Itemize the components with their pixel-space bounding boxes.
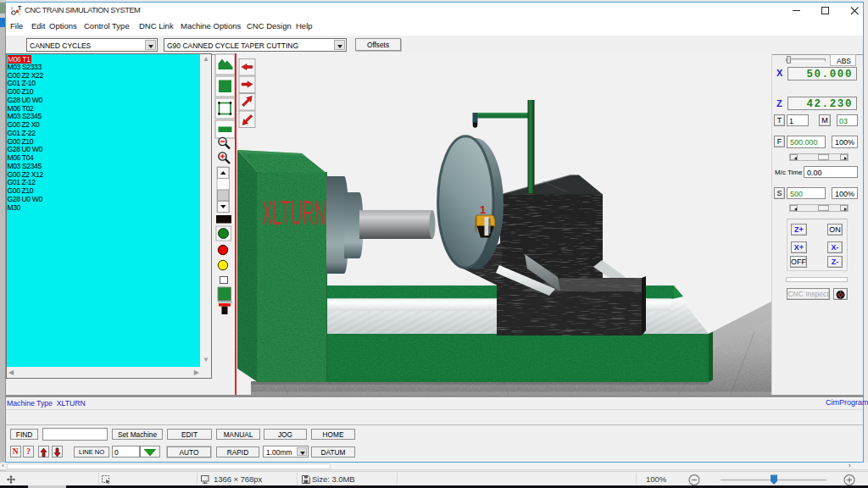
svg-text:c: c bbox=[19, 11, 21, 16]
svg-text:T: T bbox=[18, 5, 22, 11]
svg-text:c: c bbox=[11, 5, 14, 10]
svg-text:XLTURN: XLTURN bbox=[262, 193, 326, 232]
svg-text:1: 1 bbox=[480, 203, 486, 216]
